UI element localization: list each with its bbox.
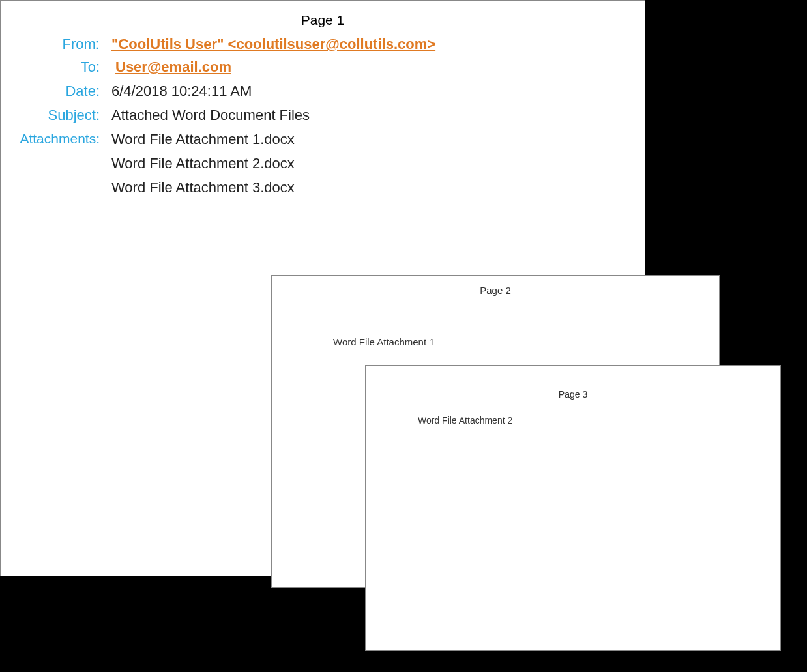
page-2-label: Page 2: [272, 285, 719, 296]
date-value: 6/4/2018 10:24:11 AM: [111, 83, 252, 100]
to-value[interactable]: User@email.com: [115, 59, 231, 76]
page-3: Page 3 Word File Attachment 2: [365, 365, 781, 651]
attachment-3: Word File Attachment 3.docx: [111, 179, 295, 196]
subject-label: Subject:: [1, 107, 100, 124]
attachment-2: Word File Attachment 2.docx: [111, 155, 295, 172]
from-link[interactable]: "CoolUtils User" <coolutilsuser@collutil…: [111, 36, 435, 52]
page-3-content: Word File Attachment 2: [418, 415, 512, 426]
page-2-content: Word File Attachment 1: [333, 336, 435, 347]
page-1-label: Page 1: [1, 12, 645, 28]
to-label: To:: [1, 59, 100, 76]
header-divider: [1, 207, 644, 209]
attachments-label: Attachments:: [1, 131, 100, 147]
attachment-1: Word File Attachment 1.docx: [111, 131, 295, 148]
date-label: Date:: [1, 83, 100, 100]
from-value[interactable]: "CoolUtils User" <coolutilsuser@collutil…: [111, 36, 435, 53]
subject-value: Attached Word Document Files: [111, 107, 310, 124]
page-3-label: Page 3: [366, 389, 780, 400]
from-label: From:: [1, 36, 100, 53]
to-link[interactable]: User@email.com: [115, 59, 231, 75]
